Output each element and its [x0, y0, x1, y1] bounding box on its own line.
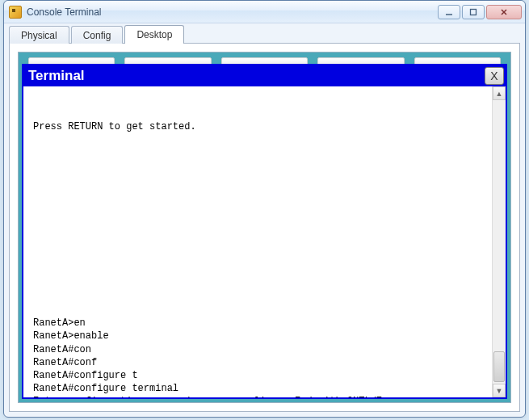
maximize-button[interactable]	[462, 5, 485, 19]
close-button[interactable]	[486, 5, 522, 19]
terminal-close-button[interactable]: X	[485, 67, 504, 85]
terminal-titlebar: Terminal X	[23, 65, 506, 86]
terminal-output[interactable]: Press RETURN to get started. RanetA>en R…	[23, 86, 492, 397]
minimize-icon	[445, 8, 453, 16]
tab-strip: Physical Config Desktop	[4, 23, 525, 43]
scroll-up-button[interactable]: ▲	[493, 86, 506, 100]
app-window: Console Terminal Physical Config Desktop	[3, 0, 526, 418]
tab-config[interactable]: Config	[71, 26, 124, 44]
titlebar: Console Terminal	[4, 1, 525, 23]
tab-physical[interactable]: Physical	[9, 26, 69, 44]
terminal-scrollbar[interactable]: ▲ ▼	[492, 86, 506, 397]
svg-rect-1	[471, 9, 477, 15]
app-icon	[9, 6, 22, 19]
terminal-title: Terminal	[28, 68, 485, 84]
terminal-window: Terminal X Press RETURN to get started. …	[22, 64, 507, 399]
minimize-button[interactable]	[438, 5, 460, 19]
terminal-body-wrap: Press RETURN to get started. RanetA>en R…	[23, 86, 506, 397]
content-frame: Terminal X Press RETURN to get started. …	[9, 43, 520, 412]
scroll-down-button[interactable]: ▼	[493, 384, 506, 397]
window-title: Console Terminal	[27, 6, 102, 18]
scroll-track[interactable]	[493, 100, 506, 384]
desktop-panel: Terminal X Press RETURN to get started. …	[18, 52, 511, 403]
scroll-thumb[interactable]	[493, 351, 505, 382]
maximize-icon	[469, 8, 477, 16]
tab-desktop[interactable]: Desktop	[124, 25, 184, 44]
close-icon	[500, 8, 508, 16]
window-button-group	[436, 5, 522, 19]
